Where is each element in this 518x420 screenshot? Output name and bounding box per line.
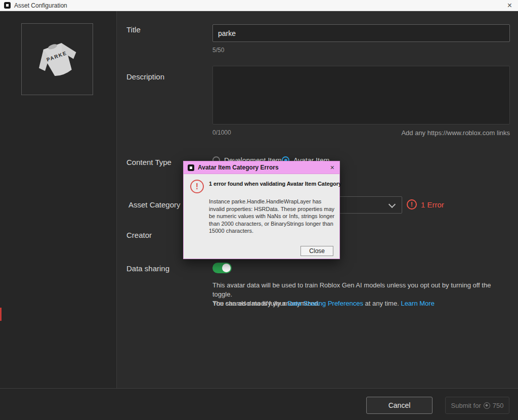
- dialog-titlebar[interactable]: Avatar Item Category Errors ×: [184, 161, 339, 174]
- dialog-close-button[interactable]: Close: [300, 246, 333, 256]
- dialog-close-icon[interactable]: ×: [329, 164, 335, 171]
- toggle-knob: [222, 264, 231, 272]
- asset-category-label: Asset Category: [128, 200, 181, 209]
- description-input[interactable]: [212, 66, 510, 124]
- asset-thumbnail: PARKE: [21, 23, 93, 95]
- submit-button-price: 750: [493, 402, 504, 409]
- chevron-down-icon: [388, 201, 396, 208]
- data-sharing-modify-line: You can also modify your Data Sharing Pr…: [212, 299, 512, 308]
- robux-icon: [484, 402, 490, 409]
- creator-label: Creator: [126, 231, 152, 239]
- description-hint: Add any https://www.roblox.com links: [401, 129, 510, 137]
- avatar-item-category-errors-dialog: Avatar Item Category Errors × ! 1 error …: [183, 161, 340, 259]
- description-label: Description: [126, 72, 164, 81]
- screen-edge-marker: [0, 308, 2, 321]
- modify-prefix-text: You can also modify your: [212, 300, 287, 307]
- submit-button[interactable]: Submit for 750: [445, 397, 509, 414]
- title-counter: 5/50: [212, 47, 224, 54]
- window-close-icon[interactable]: ×: [505, 2, 514, 10]
- sweater-image: PARKE: [25, 27, 89, 91]
- footer-bar: [0, 388, 518, 420]
- dialog-body-text: Instance parke.Handle.HandleWrapLayer ha…: [209, 198, 336, 235]
- error-count-text: 1 Error: [421, 200, 444, 209]
- description-counter: 0/1000: [212, 129, 231, 136]
- roblox-studio-icon: [188, 164, 194, 171]
- cancel-button[interactable]: Cancel: [366, 397, 433, 414]
- data-sharing-preferences-link[interactable]: Data Sharing Preferences: [287, 300, 363, 307]
- asset-configuration-window: Asset Configuration × PARKE Title 5/50 D…: [0, 0, 518, 420]
- content-type-label: Content Type: [126, 158, 171, 166]
- title-input[interactable]: [212, 24, 510, 42]
- data-sharing-label: Data sharing: [126, 264, 169, 273]
- submit-button-label: Submit for: [451, 402, 481, 409]
- dialog-error-icon: !: [190, 180, 204, 193]
- learn-more-link[interactable]: Learn More: [401, 300, 434, 307]
- error-alert-icon: !: [407, 199, 417, 209]
- modify-mid-text: at any time.: [363, 300, 401, 307]
- window-title: Asset Configuration: [14, 2, 67, 9]
- window-titlebar: Asset Configuration ×: [0, 0, 518, 11]
- data-sharing-line1: This avatar data will be used to train R…: [212, 281, 491, 298]
- data-sharing-toggle[interactable]: [212, 263, 232, 273]
- thumbnail-panel: PARKE: [0, 11, 117, 389]
- dialog-summary-text: 1 error found when validating Avatar Ite…: [209, 181, 338, 187]
- roblox-studio-icon: [4, 2, 11, 9]
- title-label: Title: [126, 25, 141, 34]
- dialog-title: Avatar Item Category Errors: [198, 164, 279, 171]
